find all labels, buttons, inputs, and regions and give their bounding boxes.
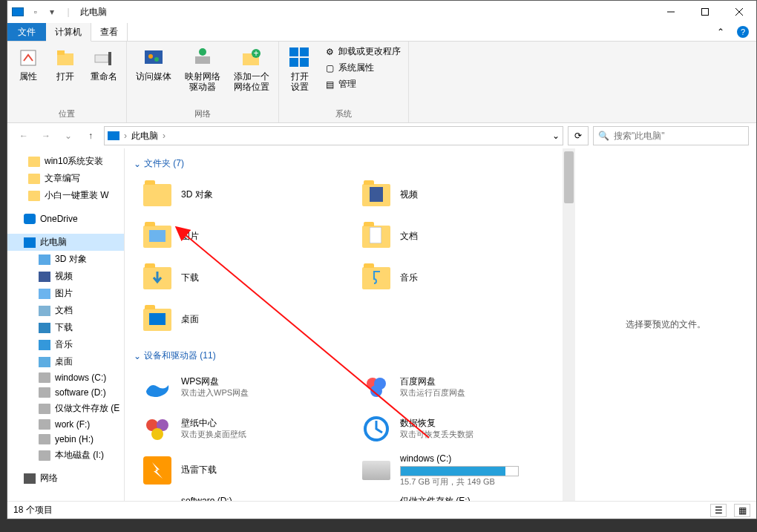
titlebar: ▫ ▾ | 此电脑 — [7, 1, 756, 23]
nav-forward-button[interactable]: → — [37, 127, 55, 145]
ribbon: 属性 打开 重命名 位置 访问媒体 — [7, 42, 756, 123]
nav-pc-item[interactable]: 桌面 — [7, 353, 124, 370]
folder-item-3d[interactable]: 3D 对象 — [141, 177, 353, 213]
group-header-drives[interactable]: ⌄设备和驱动器 (11) — [128, 347, 571, 365]
tab-file[interactable]: 文件 — [7, 23, 46, 41]
folder-item-music[interactable]: 音乐 — [360, 260, 571, 296]
group-header-folders[interactable]: ⌄文件夹 (7) — [128, 154, 571, 173]
view-details-button[interactable]: ☰ — [710, 504, 727, 517]
drive-app-wallpaper[interactable]: 壁纸中心双击更换桌面壁纸 — [141, 411, 353, 447]
minimize-button[interactable] — [654, 1, 688, 23]
nav-pc-item[interactable]: 本地磁盘 (I:) — [7, 447, 124, 464]
nav-pc-item[interactable]: 3D 对象 — [7, 251, 124, 268]
ribbon-group-network: 访问媒体 映射网络 驱动器 + 添加一个 网络位置 网络 — [127, 42, 279, 122]
rename-button[interactable]: 重命名 — [88, 45, 120, 83]
drive-app-recovery[interactable]: 数据恢复双击可恢复丢失数据 — [360, 411, 571, 447]
folder-item-pictures[interactable]: 图片 — [141, 219, 353, 254]
svg-rect-12 — [195, 56, 210, 64]
open-button[interactable]: 打开 — [50, 45, 80, 83]
nav-quick-item[interactable]: 小白一键重装 W — [7, 187, 124, 204]
drive-c[interactable]: windows (C:)15.7 GB 可用，共 149 GB — [360, 453, 571, 488]
nav-pc-item[interactable]: windows (C:) — [7, 370, 124, 385]
nav-onedrive[interactable]: OneDrive — [7, 211, 124, 226]
nav-pc-item[interactable]: 音乐 — [7, 336, 124, 353]
status-count: 18 个项目 — [13, 504, 53, 516]
svg-rect-5 — [57, 53, 73, 65]
svg-text:+: + — [253, 48, 258, 59]
nav-thispc[interactable]: 此电脑 — [7, 234, 124, 251]
breadcrumb[interactable]: 此电脑 — [131, 130, 158, 142]
nav-pc-item[interactable]: work (F:) — [7, 417, 124, 432]
svg-rect-9 — [145, 50, 163, 64]
address-dropdown[interactable]: ⌄ — [552, 131, 560, 141]
access-media-button[interactable]: 访问媒体 — [133, 45, 174, 83]
svg-point-27 — [370, 385, 382, 397]
refresh-button[interactable]: ⟳ — [568, 126, 589, 145]
uninstall-button[interactable]: ⚙卸载或更改程序 — [322, 45, 402, 59]
svg-rect-17 — [289, 47, 298, 56]
map-drive-button[interactable]: 映射网络 驱动器 — [182, 45, 223, 94]
crumb-sep[interactable]: › — [124, 131, 127, 141]
tab-computer[interactable]: 计算机 — [46, 23, 91, 42]
sysprops-button[interactable]: ▢系统属性 — [322, 61, 402, 75]
drive-e[interactable]: 仅做文件存放 (E:) — [360, 494, 571, 501]
svg-rect-18 — [300, 47, 309, 56]
explorer-window: ▫ ▾ | 此电脑 文件 计算机 查看 ⌃ ? 属性 打开 — [7, 0, 757, 519]
chevron-down-icon: ⌄ — [134, 351, 141, 361]
nav-quick-item[interactable]: 文章编写 — [7, 170, 124, 187]
folder-item-desktop[interactable]: 桌面 — [141, 302, 353, 338]
add-netloc-button[interactable]: + 添加一个 网络位置 — [231, 45, 272, 94]
view-icons-button[interactable]: ▦ — [734, 504, 750, 517]
chevron-down-icon: ⌄ — [134, 159, 141, 169]
crumb-sep[interactable]: › — [163, 131, 166, 141]
tab-view[interactable]: 查看 — [91, 23, 128, 41]
nav-network[interactable]: 网络 — [7, 470, 124, 487]
nav-back-button[interactable]: ← — [15, 127, 33, 145]
nav-pc-item[interactable]: 仅做文件存放 (E — [7, 400, 124, 417]
drive-app-baidu[interactable]: 百度网盘双击运行百度网盘 — [360, 370, 571, 405]
qat-sep: | — [62, 6, 74, 18]
svg-rect-22 — [149, 230, 166, 242]
svg-rect-1 — [702, 9, 709, 16]
close-button[interactable] — [722, 1, 756, 23]
content-pane: ⌄文件夹 (7) 3D 对象 视频 图片 文档 下载 音乐 桌面 ⌄设备和驱动器… — [125, 148, 574, 501]
window-title: 此电脑 — [80, 6, 107, 19]
open-settings-button[interactable]: 打开 设置 — [285, 45, 315, 94]
qat-item[interactable]: ▫ — [30, 6, 42, 18]
svg-rect-19 — [289, 58, 298, 67]
quick-access-toolbar: ▫ ▾ | — [30, 6, 74, 18]
svg-rect-7 — [95, 55, 108, 62]
svg-point-11 — [154, 57, 159, 62]
nav-pc-item[interactable]: yebin (H:) — [7, 432, 124, 447]
search-icon: 🔍 — [598, 131, 609, 141]
search-input[interactable]: 🔍 搜索"此电脑" — [593, 126, 749, 145]
manage-button[interactable]: ▤管理 — [322, 77, 402, 91]
nav-pc-item[interactable]: 文档 — [7, 302, 124, 319]
folder-item-video[interactable]: 视频 — [360, 177, 571, 213]
nav-pc-item[interactable]: 图片 — [7, 285, 124, 302]
folder-item-documents[interactable]: 文档 — [360, 219, 571, 254]
ribbon-group-system: 打开 设置 ⚙卸载或更改程序 ▢系统属性 ▤管理 系统 — [279, 42, 409, 122]
content-scrollbar[interactable] — [563, 148, 575, 501]
drive-app-wps[interactable]: WPS网盘双击进入WPS网盘 — [141, 370, 353, 405]
properties-button[interactable]: 属性 — [13, 45, 43, 83]
nav-pc-item[interactable]: 下载 — [7, 319, 124, 336]
nav-up-button[interactable]: ↑ — [82, 127, 99, 145]
drive-d[interactable]: software (D:) — [141, 494, 353, 501]
svg-point-13 — [199, 48, 206, 56]
nav-pc-item[interactable]: software (D:) — [7, 385, 124, 400]
address-row: ← → ⌄ ↑ › 此电脑 › ⌄ ⟳ 🔍 搜索"此电脑" — [7, 123, 756, 148]
nav-pc-item[interactable]: 视频 — [7, 268, 124, 285]
maximize-button[interactable] — [688, 1, 722, 23]
nav-quick-item[interactable]: win10系统安装 — [7, 153, 124, 170]
nav-recent-button[interactable]: ⌄ — [59, 127, 77, 145]
drive-app-xunlei[interactable]: 迅雷下载 — [141, 453, 353, 488]
qat-dropdown[interactable]: ▾ — [46, 6, 58, 18]
help-button[interactable]: ? — [734, 23, 752, 41]
folder-item-downloads[interactable]: 下载 — [141, 260, 353, 296]
ribbon-collapse[interactable]: ⌃ — [712, 23, 730, 41]
ribbon-group-location: 属性 打开 重命名 位置 — [7, 42, 127, 122]
address-bar[interactable]: › 此电脑 › ⌄ — [104, 126, 563, 145]
main-area: win10系统安装 文章编写 小白一键重装 W OneDrive 此电脑 3D … — [7, 148, 756, 501]
svg-rect-6 — [57, 50, 65, 55]
